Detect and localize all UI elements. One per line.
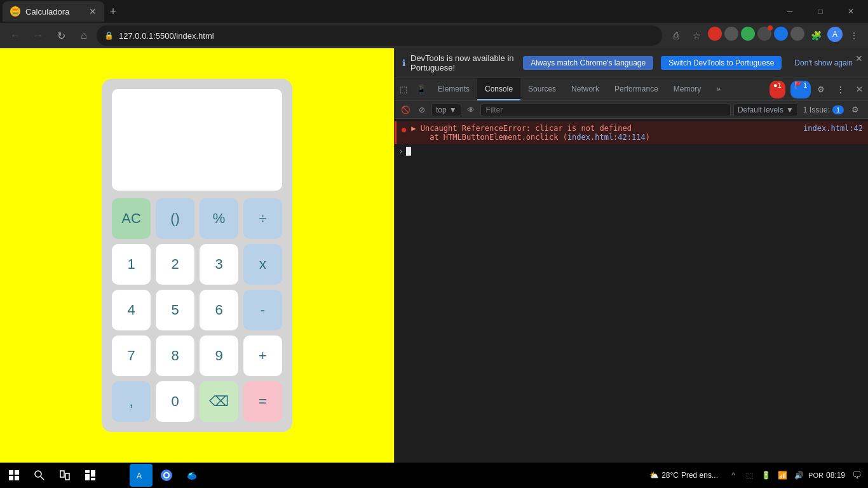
search-taskbar-button[interactable] xyxy=(28,464,51,487)
profile-icon[interactable]: A xyxy=(827,27,843,42)
browser-tab[interactable]: 🧮 Calculadora ✕ xyxy=(3,1,104,22)
share-icon[interactable]: ⎙ xyxy=(667,27,685,44)
dropdown-arrow-icon: ▼ xyxy=(786,105,794,114)
eye-icon[interactable]: 👁 xyxy=(464,103,478,117)
tab-memory[interactable]: Memory xyxy=(666,78,709,100)
ext6-icon[interactable] xyxy=(790,27,804,41)
btn-7[interactable]: 7 xyxy=(112,336,151,376)
network-icon[interactable]: 📶 xyxy=(775,468,790,483)
error-dot-icon: ● xyxy=(402,125,406,134)
switch-devtools-button[interactable]: Switch DevTools to Portuguese xyxy=(661,56,782,70)
screen-icon[interactable]: ⬚ xyxy=(742,468,757,483)
volume-icon[interactable]: 🔊 xyxy=(792,468,807,483)
tray-expand-button[interactable]: ^ xyxy=(726,468,741,483)
tab-console[interactable]: Console xyxy=(477,78,520,100)
btn-equals[interactable]: = xyxy=(243,381,282,422)
svg-line-5 xyxy=(41,477,44,480)
svg-rect-1 xyxy=(15,470,19,475)
tab-close-button[interactable]: ✕ xyxy=(89,6,97,17)
ext4-icon[interactable] xyxy=(757,27,771,41)
btn-3[interactable]: 3 xyxy=(200,244,238,285)
battery-icon[interactable]: 🔋 xyxy=(759,468,774,483)
console-input-row: › xyxy=(395,144,868,158)
btn-add[interactable]: + xyxy=(243,336,282,376)
always-match-button[interactable]: Always match Chrome's language xyxy=(523,56,653,70)
start-button[interactable] xyxy=(3,464,25,487)
issues-indicator: 1 Issue: 1 ⚙ xyxy=(803,101,864,119)
chrome-button[interactable] xyxy=(155,464,178,487)
main-area: AC () % ÷ 1 2 3 x 4 5 6 - 7 8 9 + , 0 ⌫ … xyxy=(0,48,868,463)
btn-paren[interactable]: () xyxy=(156,198,194,239)
inspect-icon[interactable]: ⬚ xyxy=(395,81,412,98)
btn-percent[interactable]: % xyxy=(200,198,238,239)
back-button[interactable]: ← xyxy=(5,25,25,46)
svg-rect-10 xyxy=(91,470,95,477)
error-file-link[interactable]: index.html:42 xyxy=(803,124,863,133)
console-filter-input[interactable] xyxy=(480,104,731,116)
btn-0[interactable]: 0 xyxy=(156,381,194,422)
btn-9[interactable]: 9 xyxy=(200,336,238,376)
clock-time: 08:19 xyxy=(826,471,845,480)
forward-button[interactable]: → xyxy=(28,25,48,46)
nav-bar: ← → ↻ ⌂ 🔒 127.0.0.1:5500/index.html ⎙ ☆ … xyxy=(0,23,868,48)
devtools-toolbar: 🚫 ⊘ top ▼ 👁 Default levels ▼ 1 Issue: 1 … xyxy=(395,101,868,119)
weather-temp: 28°C xyxy=(661,471,679,480)
btn-4[interactable]: 4 xyxy=(112,290,151,330)
tab-network[interactable]: Network xyxy=(564,78,607,100)
btn-divide[interactable]: ÷ xyxy=(243,198,282,239)
btn-comma[interactable]: , xyxy=(112,381,151,422)
btn-6[interactable]: 6 xyxy=(200,290,238,330)
url-text: 127.0.0.1:5500/index.html xyxy=(119,31,214,41)
home-button[interactable]: ⌂ xyxy=(74,25,94,46)
clear-console-icon[interactable]: 🚫 xyxy=(398,103,412,117)
ext3-icon[interactable] xyxy=(741,27,755,41)
maximize-button[interactable]: □ xyxy=(806,0,835,23)
refresh-button[interactable]: ↻ xyxy=(51,25,71,46)
btn-5[interactable]: 5 xyxy=(156,290,194,330)
trash-button[interactable]: 🗑 xyxy=(104,464,127,487)
devtools-close-icon[interactable]: ✕ xyxy=(850,81,868,98)
svg-rect-8 xyxy=(85,470,90,473)
tab-performance[interactable]: Performance xyxy=(607,78,666,100)
context-selector[interactable]: top ▼ xyxy=(431,104,461,116)
extensions-icon[interactable]: 🧩 xyxy=(807,27,825,44)
new-tab-button[interactable]: + xyxy=(104,3,122,20)
tab-sources[interactable]: Sources xyxy=(520,78,564,100)
tab-more[interactable]: » xyxy=(709,78,728,100)
ext5-icon[interactable] xyxy=(774,27,788,41)
address-bar[interactable]: 🔒 127.0.0.1:5500/index.html xyxy=(97,25,662,46)
btn-delete[interactable]: ⌫ xyxy=(200,381,238,422)
dont-show-again-button[interactable]: Don't show again xyxy=(787,56,860,70)
error-source-link[interactable]: index.html:42:114 xyxy=(567,133,646,142)
notification-close-button[interactable]: ✕ xyxy=(855,53,863,64)
btn-8[interactable]: 8 xyxy=(156,336,194,376)
task-view-button[interactable] xyxy=(53,464,76,487)
more-menu-icon[interactable]: ⋮ xyxy=(831,81,849,98)
issues-settings-icon[interactable]: ⚙ xyxy=(846,101,864,119)
ext2-icon[interactable] xyxy=(724,27,738,41)
edge-button[interactable] xyxy=(180,464,203,487)
widgets-button[interactable] xyxy=(79,464,102,487)
btn-2[interactable]: 2 xyxy=(156,244,194,285)
default-levels-label: Default levels xyxy=(738,105,783,114)
btn-multiply[interactable]: x xyxy=(243,244,282,285)
notification-center-button[interactable]: 🗨 xyxy=(848,466,865,484)
default-levels-dropdown[interactable]: Default levels ▼ xyxy=(733,104,798,116)
filter-icon[interactable]: ⊘ xyxy=(415,103,429,117)
tab-elements[interactable]: Elements xyxy=(430,78,477,100)
minimize-button[interactable]: ─ xyxy=(775,0,804,23)
settings-icon[interactable]: ⚙ xyxy=(812,81,830,98)
btn-1[interactable]: 1 xyxy=(112,244,151,285)
vscode-button[interactable]: A xyxy=(130,464,153,487)
issues-label: 1 Issue: xyxy=(803,105,830,114)
lock-icon: 🔒 xyxy=(104,31,114,40)
close-button[interactable]: ✕ xyxy=(836,0,865,23)
ext1-icon[interactable] xyxy=(708,27,722,41)
btn-subtract[interactable]: - xyxy=(243,290,282,330)
device-icon[interactable]: 📱 xyxy=(412,81,430,98)
browser-chrome: 🧮 Calculadora ✕ + ─ □ ✕ ← → ↻ ⌂ 🔒 127.0.… xyxy=(0,0,868,48)
btn-ac[interactable]: AC xyxy=(112,198,151,239)
menu-icon[interactable]: ⋮ xyxy=(845,27,863,44)
bookmark-icon[interactable]: ☆ xyxy=(688,27,705,44)
console-error-entry: ● ▶ Uncaught ReferenceError: clicar is n… xyxy=(395,121,868,144)
